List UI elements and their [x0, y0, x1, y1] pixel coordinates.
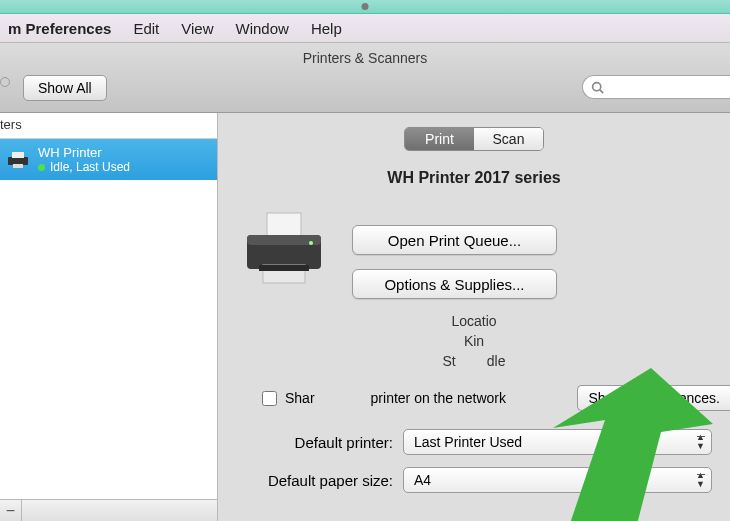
printer-icon	[6, 151, 30, 169]
show-all-button[interactable]: Show All	[23, 75, 107, 101]
menu-view[interactable]: View	[181, 20, 213, 37]
printer-status: Idle, Last Used	[38, 160, 130, 174]
menu-help[interactable]: Help	[311, 20, 342, 37]
default-printer-label: Default printer:	[218, 434, 393, 451]
svg-rect-5	[267, 213, 301, 237]
traffic-light-button[interactable]	[0, 77, 10, 87]
search-input[interactable]	[608, 80, 708, 95]
printer-name: WH Printer	[38, 145, 130, 160]
default-paper-value: A4	[414, 472, 431, 488]
chevron-up-down-icon: ▲▼	[696, 471, 705, 489]
tab-print[interactable]: Print	[405, 128, 474, 150]
location-label: Locatio	[218, 313, 730, 329]
menu-edit[interactable]: Edit	[133, 20, 159, 37]
printer-list-sidebar: ters WH Printer Idle, Last Used −	[0, 113, 218, 521]
window-title: Printers & Scanners	[0, 50, 730, 66]
share-label-post: printer on the network	[371, 390, 506, 406]
default-printer-value: Last Printer Used	[414, 434, 522, 450]
status-line: St dle	[218, 353, 730, 369]
chevron-up-down-icon: ▲▼	[696, 433, 705, 451]
svg-rect-4	[13, 164, 23, 168]
sidebar-footer: −	[0, 499, 217, 521]
printer-detail-pane: Print Scan WH Printer 2017 series Open P…	[218, 113, 730, 521]
svg-point-9	[309, 241, 313, 245]
options-supplies-button[interactable]: Options & Supplies...	[352, 269, 557, 299]
share-printer-checkbox[interactable]	[262, 391, 277, 406]
open-print-queue-button[interactable]: Open Print Queue...	[352, 225, 557, 255]
sidebar-header: ters	[0, 113, 217, 139]
tab-scan[interactable]: Scan	[474, 128, 543, 150]
printer-list-item[interactable]: WH Printer Idle, Last Used	[0, 139, 217, 180]
window-titlebar-accent	[0, 0, 730, 14]
menubar: m Preferences Edit View Window Help	[0, 14, 730, 43]
print-scan-segmented[interactable]: Print Scan	[404, 127, 544, 151]
svg-line-1	[600, 89, 603, 92]
menu-window[interactable]: Window	[236, 20, 289, 37]
menu-app[interactable]: m Preferences	[8, 20, 111, 37]
search-icon	[591, 81, 604, 94]
svg-point-0	[593, 82, 601, 90]
svg-rect-3	[12, 152, 24, 158]
printer-image	[236, 203, 332, 299]
default-paper-label: Default paper size:	[218, 472, 393, 489]
default-printer-select[interactable]: Last Printer Used ▲▼	[403, 429, 712, 455]
printer-title: WH Printer 2017 series	[218, 169, 730, 187]
svg-rect-11	[259, 265, 309, 271]
default-paper-select[interactable]: A4 ▲▼	[403, 467, 712, 493]
remove-printer-button[interactable]: −	[0, 500, 22, 521]
share-label-pre: Shar	[285, 390, 315, 406]
sharing-preferences-button[interactable]: Sharing Preferences.	[577, 385, 730, 411]
toolbar: Printers & Scanners Show All	[0, 43, 730, 113]
kind-label: Kin	[218, 333, 730, 349]
printer-info: Locatio Kin St dle	[218, 313, 730, 369]
svg-rect-2	[8, 157, 28, 165]
search-field[interactable]	[582, 75, 730, 99]
